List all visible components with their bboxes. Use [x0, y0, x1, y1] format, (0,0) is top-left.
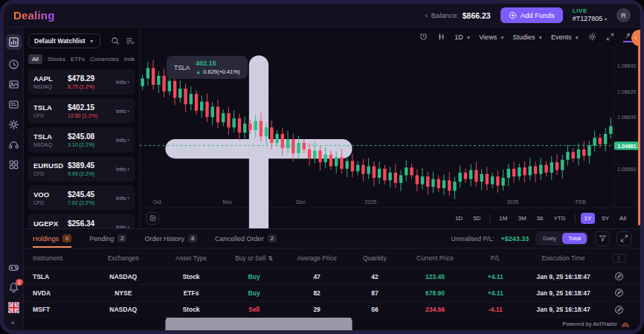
table-row-msft[interactable]: MSFTNASDAQStockSell2956234.56-4.11Jan 9,… [24, 301, 640, 318]
watchlist-tab-indices[interactable]: Indices [124, 56, 135, 62]
chart-menu-views[interactable]: Views▼ [479, 33, 504, 41]
column-header-execution-time[interactable]: Execution Time [521, 254, 606, 262]
watchlist-item-voo[interactable]: VOOCFD$245.457.02 (2.2%)Info› [28, 185, 135, 211]
assistant-icon[interactable] [8, 262, 19, 273]
column-header-average-price[interactable]: Average Price [284, 254, 350, 262]
range-button-all[interactable]: All [616, 213, 630, 224]
range-button-1d[interactable]: 1D [451, 213, 466, 224]
symbol: TSLA [33, 132, 68, 141]
watchlist-item-eurusd[interactable]: EURUSDCFD$389.459.99 (2.2%)Info› [28, 156, 135, 182]
candlestick-chart[interactable]: TSLA 402.15 ▲ 0.629(+0.41%) OctNovDec202… [140, 47, 614, 208]
support-icon[interactable] [8, 139, 19, 150]
history-icon[interactable] [8, 59, 19, 70]
watchlist-tab-currencies[interactable]: Currencies [90, 56, 119, 62]
draw-icon[interactable] [147, 4, 370, 24]
chevron-left-icon[interactable]: ‹ [425, 11, 427, 19]
avatar[interactable]: R [616, 8, 631, 22]
table-row-tsla[interactable]: TSLANASDAQStockBuy4742123.45+4.11Jan 9, … [24, 268, 640, 284]
chart-footer-menu-icon[interactable] [146, 212, 159, 225]
add-funds-button[interactable]: Add Funds [500, 7, 563, 23]
chart-type-icon[interactable] [437, 33, 446, 42]
cell-execution-time: Jan 9, 25 16:18:47 [521, 273, 606, 280]
toggle-total[interactable]: Total [562, 233, 587, 244]
column-header-asset-type[interactable]: Asset Type [158, 254, 224, 262]
info-link[interactable]: Info› [116, 137, 129, 144]
current-price-label: 1.04861 [614, 141, 640, 150]
app-window: Dealing ‹ Balance: $866.23 Add Funds LIV… [4, 4, 640, 330]
watchlist-tab-etfs[interactable]: ETFs [71, 56, 85, 62]
settings-icon[interactable] [8, 119, 19, 130]
table-row-nvda[interactable]: NVDANYSEETFsBuy8287678.90+4.11Jan 9, 25 … [24, 284, 640, 301]
range-button-1y[interactable]: 1Y [581, 213, 596, 224]
range-button-5y[interactable]: 5Y [598, 213, 613, 224]
range-button-5d[interactable]: 5D [469, 213, 484, 224]
edit-order-icon[interactable] [614, 305, 624, 315]
column-header-exchanges[interactable]: Exchanges [88, 254, 158, 262]
table-options-icon[interactable]: ⋮ [612, 254, 626, 263]
holdings-tab-holdings[interactable]: Holdings6 [33, 229, 71, 248]
column-header-instrument[interactable]: Instrument [33, 254, 88, 262]
toggle-daily[interactable]: Daily [537, 233, 562, 244]
x-axis-tick: Oct [153, 199, 161, 205]
watchlist-tab-stocks[interactable]: Stocks [48, 56, 65, 62]
side-panel-handle[interactable] [638, 30, 640, 225]
cell-current-price: 234.56 [400, 306, 471, 313]
holdings-tab-order-history[interactable]: Order History8 [144, 229, 197, 248]
watchlist-selector[interactable]: Default Watchlist ▼ [28, 33, 100, 48]
chevron-right-icon: › [127, 166, 129, 173]
cell-asset-type: Stock [158, 273, 224, 280]
watchlist-item-tsla[interactable]: TSLANSDAQ$245.083.10 (2.2%)Info› [28, 127, 135, 152]
y-axis-tick: 1.08640 [617, 63, 636, 68]
column-header-buy-or-sell[interactable]: Buy or Sell⇅ [224, 254, 284, 262]
cell-current-price: 678.90 [400, 289, 471, 297]
column-header-current-price[interactable]: Current Price [400, 254, 471, 262]
chart-menu-1d[interactable]: 1D▼ [454, 33, 471, 41]
timeframe-ranges: 1D5D1M3M36YTD1Y5YAll [451, 213, 630, 224]
info-link[interactable]: Info› [116, 79, 129, 86]
exchange: CFD [33, 200, 68, 205]
acttrader-logo-icon [621, 321, 630, 328]
dashboard-icon[interactable] [6, 34, 22, 50]
watchlist-item-aapl[interactable]: AAPLNSDAQ$478.298.75 (1.2%)Info› [28, 69, 135, 94]
account-selector[interactable]: LIVE #T127805 ▾ [573, 7, 607, 23]
chart-menu-studies[interactable]: Studies▼ [513, 33, 543, 41]
sort-icon[interactable]: ⇅ [268, 255, 273, 262]
widgets-icon[interactable] [8, 159, 19, 170]
edit-order-icon[interactable] [614, 288, 624, 298]
range-button-3m[interactable]: 3M [514, 213, 529, 224]
holdings-tab-pending[interactable]: Pending2 [89, 229, 126, 248]
edit-order-icon[interactable] [614, 272, 624, 281]
fullscreen-icon[interactable] [605, 33, 615, 42]
cell-quantity: 87 [350, 289, 400, 297]
watchlist-tab-all[interactable]: All [28, 54, 42, 64]
chart-menu-events[interactable]: Events▼ [551, 33, 579, 41]
filter-button[interactable] [595, 231, 610, 246]
news-icon[interactable] [8, 79, 19, 90]
info-link[interactable]: Info› [116, 166, 129, 173]
exchange: NSDAQ [33, 84, 68, 89]
balance: ‹ Balance: $866.23 [425, 11, 490, 20]
notifications-icon[interactable]: 2 [8, 282, 19, 293]
watchlist-item-ugepx[interactable]: UGEPXNSDAQ$256.345.25 (2.2%)Info› [28, 214, 135, 228]
price: $256.34 [68, 219, 116, 228]
search-icon[interactable] [111, 36, 120, 45]
watchlist-item-tsla[interactable]: TSLACFD$402.1512.50 (1.2%)Info› [28, 98, 135, 123]
holdings-tab-cancelled-order[interactable]: Cancelled Order2 [215, 229, 277, 248]
info-link[interactable]: Info› [116, 195, 129, 202]
exchange: CFD [33, 171, 68, 176]
settings-icon[interactable] [587, 33, 597, 42]
alert-icon[interactable] [419, 33, 428, 42]
orders-icon[interactable] [8, 99, 19, 110]
expand-panel-button[interactable] [616, 231, 631, 246]
column-header-quantity[interactable]: Quantity [350, 254, 400, 262]
range-button-ytd[interactable]: YTD [550, 213, 570, 224]
range-button-36[interactable]: 36 [533, 213, 547, 224]
watchlist-add-icon[interactable] [126, 36, 135, 45]
info-link[interactable]: Info› [116, 108, 129, 115]
language-flag-icon[interactable] [8, 302, 19, 313]
price: $245.45 [68, 190, 116, 199]
rail-expand-icon[interactable]: ▸ [12, 319, 15, 326]
range-button-1m[interactable]: 1M [495, 213, 511, 224]
column-header-p-l[interactable]: P/L [470, 254, 521, 262]
cell-pl: +4.11 [470, 273, 521, 280]
